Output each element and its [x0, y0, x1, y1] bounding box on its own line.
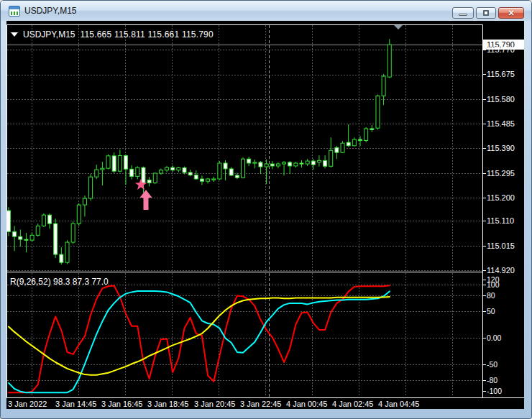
price-axis-label: 115.015: [487, 241, 515, 250]
chart-window: USDJPY,M15 ✕ USDJPY,M15 115.665 115.811 …: [0, 0, 532, 419]
price-axis-label: 115.390: [487, 144, 515, 152]
time-axis-label: 4 Jan 02:45: [332, 400, 374, 408]
indicator-name-label: R(9,26,52) 98.3 87.3 77.0: [10, 277, 109, 287]
time-axis-label: 3 Jan 20:45: [194, 400, 236, 408]
header-close: 115.790: [182, 29, 214, 40]
price-axis-label: 115.485: [487, 119, 515, 128]
indicator-axis-label: 100: [487, 280, 500, 289]
oscillator-line-fast: [9, 285, 390, 392]
time-axis-label: 3 Jan 18:45: [147, 400, 189, 408]
indicator-axis-label: 50: [487, 307, 495, 316]
price-axis-label: 115.770: [487, 45, 515, 54]
price-axis-label: 115.675: [487, 70, 515, 78]
indicator-axis-label: 0.00: [487, 333, 501, 342]
chart-canvas[interactable]: [1, 1, 532, 419]
time-axis-label: 4 Jan 00:45: [286, 400, 328, 408]
chevron-down-icon[interactable]: [11, 32, 18, 37]
time-axis-label: 4 Jan 04:45: [378, 400, 420, 408]
header-open: 115.665: [80, 29, 111, 40]
indicator-axis-label: -100: [487, 387, 502, 395]
header-high: 115.811: [114, 29, 145, 40]
candles: [7, 39, 392, 264]
time-axis-label: 3 Jan 2022: [8, 400, 47, 408]
chart-shift-triangle-icon: [394, 25, 403, 29]
chart-stage: USDJPY,M15 115.665 115.811 115.661 115.7…: [1, 1, 532, 419]
time-axis-label: 3 Jan 14:45: [55, 400, 97, 408]
price-axis-label: 115.295: [487, 169, 515, 178]
indicator-axis-label: -50: [487, 360, 497, 369]
arrow-up-icon[interactable]: [140, 190, 152, 210]
header-low: 115.661: [147, 29, 179, 40]
oscillator-line-mid: [9, 291, 390, 392]
indicator-axis-label: 80: [487, 291, 495, 300]
price-axis-label: 115.200: [487, 193, 515, 202]
indicator-axis-label: -80: [487, 376, 497, 385]
oscillator-lines: [9, 285, 390, 392]
time-axis-label: 3 Jan 16:45: [101, 400, 143, 408]
oscillator-line-slow: [9, 297, 390, 375]
time-axis-label: 3 Jan 22:45: [240, 400, 282, 408]
price-axis-label: 115.110: [487, 216, 514, 225]
price-axis-label: 114.920: [487, 266, 515, 275]
price-axis-label: 115.580: [487, 95, 515, 103]
symbol-period-label: USDJPY,M15: [23, 29, 75, 40]
chart-ohlc-header: USDJPY,M15 115.665 115.811 115.661 115.7…: [11, 29, 214, 40]
